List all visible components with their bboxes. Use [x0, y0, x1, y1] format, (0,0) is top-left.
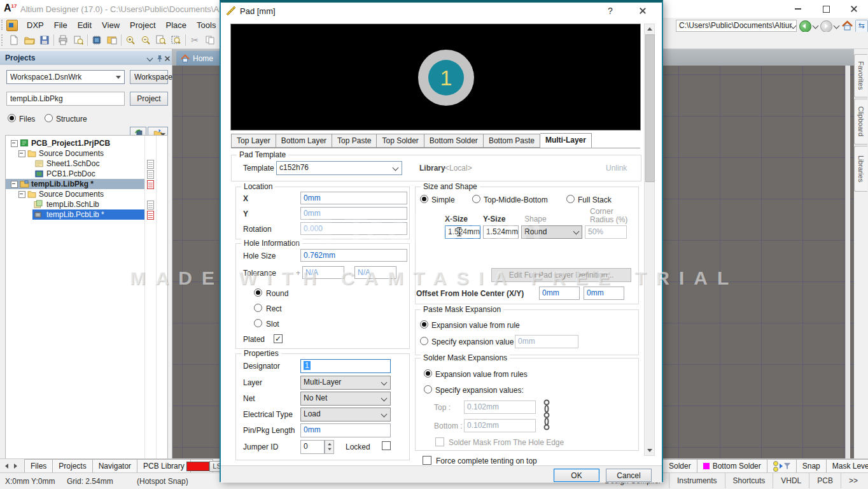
- home-button[interactable]: [841, 20, 853, 32]
- menu-project[interactable]: Project: [125, 18, 160, 32]
- location-y-field[interactable]: 0mm: [300, 207, 407, 220]
- print-preview-button[interactable]: [72, 34, 85, 46]
- refresh-button[interactable]: ⇆: [855, 20, 868, 33]
- status-shortcuts[interactable]: Shortcuts: [725, 473, 774, 488]
- tab-bottom-layer[interactable]: Bottom Layer: [276, 134, 332, 148]
- menu-file[interactable]: File: [49, 18, 73, 32]
- menu-edit[interactable]: Edit: [73, 18, 97, 32]
- status-instruments[interactable]: Instruments: [669, 473, 725, 488]
- force-tenting-checkbox[interactable]: [423, 456, 431, 465]
- tree-row-templib-pcblib[interactable]: tempLib.PcbLib *: [6, 209, 167, 220]
- location-x-field[interactable]: 0mm: [300, 192, 407, 204]
- dialog-help-button[interactable]: ?: [608, 6, 613, 16]
- tolerance-plus-field[interactable]: N/A: [302, 266, 344, 279]
- zoom-area-button[interactable]: [155, 34, 167, 46]
- panel-close-icon[interactable]: [165, 56, 170, 61]
- template-combo[interactable]: c152h76: [276, 161, 402, 175]
- hole-slot-radio[interactable]: [254, 319, 262, 327]
- zoom-in-button[interactable]: [124, 34, 137, 46]
- edit-full-pad-layer-button[interactable]: Edit Full Pad Layer Definition...: [491, 268, 631, 282]
- scroll-up-icon[interactable]: [647, 27, 652, 31]
- tab-bottom-solder[interactable]: Bottom Solder: [697, 459, 767, 473]
- tree-row-source-docs1[interactable]: Source Documents: [6, 148, 167, 159]
- workspace-button[interactable]: Workspace: [130, 70, 168, 84]
- tree-row-project1[interactable]: PCB_Project1.PrjPCB: [6, 138, 167, 148]
- workspace-scrollbar[interactable]: [845, 66, 850, 458]
- menu-place[interactable]: Place: [161, 18, 192, 32]
- close-button[interactable]: [840, 0, 868, 18]
- tab-top-solder-partial[interactable]: Solder: [663, 459, 697, 473]
- forward-button[interactable]: [820, 20, 832, 32]
- tmb-radio[interactable]: [472, 195, 480, 203]
- collapse-icon[interactable]: [18, 191, 25, 198]
- tab-top-layer[interactable]: Top Layer: [231, 134, 276, 148]
- files-radio[interactable]: [8, 114, 16, 122]
- menu-view[interactable]: View: [97, 18, 125, 32]
- panel-menu-icon[interactable]: [147, 55, 153, 62]
- menu-tools[interactable]: Tools: [192, 18, 221, 32]
- solder-rules-radio[interactable]: [424, 369, 432, 378]
- scroll-down-icon[interactable]: [647, 449, 652, 452]
- tab-bottom-paste[interactable]: Bottom Paste: [484, 134, 540, 148]
- tolerance-minus-field[interactable]: N/A: [354, 266, 396, 279]
- tree-row-templib-schlib[interactable]: tempLib.SchLib: [6, 199, 167, 209]
- dxp-icon[interactable]: [6, 20, 18, 31]
- copy-button[interactable]: [204, 34, 216, 46]
- pin-pkg-field[interactable]: 0mm: [300, 423, 391, 437]
- cut-button[interactable]: ✂: [188, 34, 201, 46]
- tab-home[interactable]: Home: [176, 51, 221, 66]
- panel-tab-libraries[interactable]: Libraries: [854, 146, 867, 192]
- offset-y-field[interactable]: 0mm: [584, 287, 624, 300]
- cancel-button[interactable]: Cancel: [606, 469, 652, 482]
- zoom-out-button[interactable]: [139, 34, 152, 46]
- electrical-type-dropdown[interactable]: Load: [300, 408, 391, 422]
- address-bar[interactable]: C:\Users\Public\Documents\Altiur: [676, 20, 797, 32]
- status-more[interactable]: >>: [841, 473, 865, 488]
- full-stack-radio[interactable]: [566, 195, 575, 203]
- tab-top-paste[interactable]: Top Paste: [332, 134, 377, 148]
- panel-tab-favorites[interactable]: Favorites: [854, 54, 867, 97]
- shape-dropdown[interactable]: Round: [521, 225, 582, 239]
- minimize-button[interactable]: [784, 0, 812, 18]
- pin-icon[interactable]: [156, 55, 164, 62]
- simple-radio[interactable]: [420, 195, 428, 203]
- x-size-field[interactable]: 1.524mm: [445, 225, 480, 239]
- structure-radio[interactable]: [45, 114, 53, 122]
- unlink-link[interactable]: Unlink: [606, 164, 627, 173]
- tab-top-solder[interactable]: Top Solder: [377, 134, 424, 148]
- snap-button[interactable]: Snap: [797, 459, 827, 473]
- project-button[interactable]: Project: [130, 92, 168, 106]
- open-button[interactable]: [23, 34, 36, 46]
- status-vhdl[interactable]: VHDL: [773, 473, 809, 488]
- spinner-up-icon[interactable]: [328, 443, 332, 446]
- corner-radius-field[interactable]: 50%: [585, 225, 627, 239]
- rotation-field[interactable]: 0.000: [300, 222, 407, 235]
- ok-button[interactable]: OK: [554, 469, 599, 482]
- offset-x-field[interactable]: 0mm: [539, 287, 580, 300]
- tab-scroll-left-icon[interactable]: [5, 464, 8, 469]
- tab-projects[interactable]: Projects: [53, 459, 92, 473]
- tree-row-templib-libpkg[interactable]: tempLib.LibPkg *: [6, 179, 167, 189]
- dialog-close-icon[interactable]: [640, 8, 646, 14]
- jumper-id-spinner[interactable]: [325, 440, 334, 454]
- toolbar-grip2[interactable]: [1, 34, 5, 46]
- collapse-icon[interactable]: [18, 150, 25, 157]
- dialog-scrollbar[interactable]: [644, 24, 655, 456]
- maximize-button[interactable]: [812, 0, 840, 18]
- component-button[interactable]: [90, 34, 103, 46]
- new-document-button[interactable]: [8, 34, 20, 46]
- mask-level-button[interactable]: Mask Level: [827, 459, 868, 473]
- layer-dropdown[interactable]: Multi-Layer: [300, 376, 391, 390]
- tab-bottom-solder[interactable]: Bottom Solder: [424, 134, 484, 148]
- locked-checkbox[interactable]: [382, 441, 391, 450]
- designator-field[interactable]: 1: [300, 359, 391, 373]
- paste-rule-radio[interactable]: [420, 320, 428, 329]
- menu-dxp[interactable]: DXP: [22, 18, 49, 32]
- net-dropdown[interactable]: No Net: [300, 392, 391, 406]
- panel-tab-clipboard[interactable]: Clipboard: [854, 99, 867, 145]
- solder-top-field[interactable]: 0.102mm: [464, 400, 536, 414]
- tree-row-source-docs2[interactable]: Source Documents: [6, 189, 167, 199]
- hole-rect-radio[interactable]: [254, 304, 262, 312]
- tab-multi-layer[interactable]: Multi-Layer: [540, 133, 592, 148]
- status-pcb[interactable]: PCB: [809, 473, 841, 488]
